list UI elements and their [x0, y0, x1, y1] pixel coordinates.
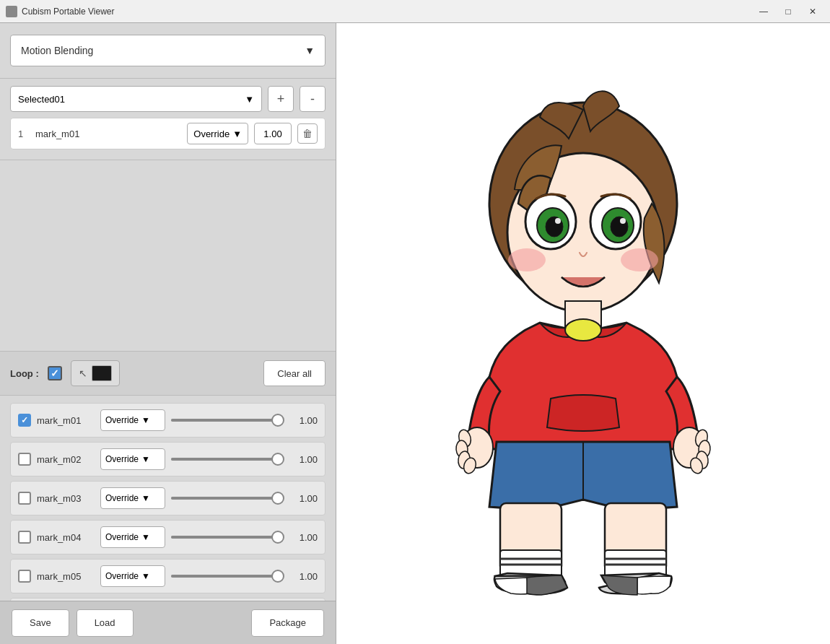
titlebar: Cubism Portable Viewer — □ ✕ — [0, 0, 830, 23]
titlebar-left: Cubism Portable Viewer — [6, 6, 115, 17]
motion-entry-mode-label: Override — [193, 129, 230, 139]
motion-entry-mode-chevron: ▼ — [232, 129, 242, 139]
panel-header: Motion Blending ▼ — [0, 23, 336, 79]
mode-chevron-icon-4: ▼ — [141, 571, 150, 581]
track-area: Selected01 ▼ + - 1 mark_m01 Override ▼ 🗑 — [0, 79, 336, 160]
maximize-button[interactable]: □ — [777, 4, 800, 19]
svg-point-11 — [508, 248, 546, 271]
motion-item-mode-dropdown-1[interactable]: Override ▼ — [100, 448, 165, 470]
loop-label: Loop : — [10, 368, 39, 379]
cubism-icon — [6, 6, 17, 17]
motion-blending-dropdown[interactable]: Motion Blending ▼ — [10, 35, 326, 66]
motion-item-weight-2: 1.00 — [289, 493, 318, 504]
mode-chevron-icon-1: ▼ — [141, 454, 150, 464]
slider-fill-4 — [171, 575, 283, 578]
remove-track-button[interactable]: - — [300, 86, 326, 112]
motion-item-name-4: mark_m05 — [37, 571, 95, 582]
window-title: Cubism Portable Viewer — [22, 6, 115, 17]
motion-item-weight-4: 1.00 — [289, 571, 318, 582]
bottom-bar: Save Load Package — [0, 601, 336, 644]
track-chevron-icon: ▼ — [245, 94, 254, 105]
svg-point-12 — [621, 248, 658, 271]
track-header: Selected01 ▼ + - — [10, 86, 326, 112]
motion-item-name-3: mark_m04 — [37, 532, 95, 543]
motion-item-mode-dropdown-2[interactable]: Override ▼ — [100, 487, 165, 509]
motion-item-slider-0[interactable] — [171, 419, 283, 422]
slider-fill-0 — [171, 419, 283, 422]
motion-item-checkbox-1[interactable] — [18, 453, 31, 466]
mode-chevron-icon-0: ▼ — [141, 415, 150, 425]
main-layout: Motion Blending ▼ Selected01 ▼ + - 1 mar… — [0, 23, 830, 644]
slider-fill-3 — [171, 536, 283, 539]
motion-item-name-2: mark_m03 — [37, 493, 95, 504]
slider-thumb-2[interactable] — [271, 492, 284, 505]
checkbox-check-icon: ✓ — [21, 415, 28, 425]
track-name-dropdown[interactable]: Selected01 ▼ — [10, 86, 262, 112]
motion-entry-row: 1 mark_m01 Override ▼ 🗑 — [10, 118, 326, 149]
motion-item-checkbox-2[interactable] — [18, 492, 31, 505]
slider-track-4 — [171, 575, 283, 578]
controls-row: Loop : ✓ ↖ Clear all — [0, 351, 336, 396]
slider-track-1 — [171, 458, 283, 461]
motion-item-weight-0: 1.00 — [289, 415, 318, 426]
loop-checkbox[interactable]: ✓ — [48, 366, 62, 380]
left-panel: Motion Blending ▼ Selected01 ▼ + - 1 mar… — [0, 23, 336, 644]
motion-item-slider-2[interactable] — [171, 497, 283, 500]
svg-point-10 — [620, 218, 626, 224]
motion-item-mode-label-1: Override — [105, 454, 139, 464]
slider-track-0 — [171, 419, 283, 422]
motion-item-mode-dropdown-3[interactable]: Override ▼ — [100, 526, 165, 548]
slider-track-3 — [171, 536, 283, 539]
motion-item-weight-3: 1.00 — [289, 532, 318, 543]
motion-item-slider-1[interactable] — [171, 458, 283, 461]
slider-thumb-0[interactable] — [271, 414, 284, 427]
load-button[interactable]: Load — [77, 609, 134, 637]
add-track-button[interactable]: + — [268, 86, 294, 112]
motion-item-mode-label-4: Override — [105, 571, 139, 581]
svg-point-13 — [565, 319, 601, 341]
motion-item-mode-dropdown-0[interactable]: Override ▼ — [100, 409, 165, 431]
minimize-button[interactable]: — — [752, 4, 775, 19]
motion-item-mode-dropdown-4[interactable]: Override ▼ — [100, 565, 165, 587]
empty-track-space — [0, 160, 336, 351]
motion-entry-mode-dropdown[interactable]: Override ▼ — [187, 123, 248, 144]
motion-item-checkbox-0[interactable]: ✓ — [18, 414, 31, 427]
motion-item-mode-label-3: Override — [105, 532, 139, 542]
mode-chevron-icon-2: ▼ — [141, 493, 150, 503]
slider-thumb-3[interactable] — [271, 531, 284, 544]
color-swatch — [92, 365, 112, 381]
slider-thumb-1[interactable] — [271, 453, 284, 466]
motion-item-mode-label-0: Override — [105, 415, 139, 425]
list-item: mark_m04 Override ▼ 1.00 — [10, 520, 326, 554]
track-name-label: Selected01 — [18, 94, 65, 105]
clear-all-button[interactable]: Clear all — [263, 360, 326, 386]
slider-thumb-4[interactable] — [271, 570, 284, 583]
character-canvas — [403, 59, 764, 608]
mode-chevron-icon-3: ▼ — [141, 532, 150, 542]
motion-entry-delete-button[interactable]: 🗑 — [297, 123, 318, 144]
chevron-down-icon: ▼ — [305, 45, 315, 56]
list-item: mark_m03 Override ▼ 1.00 — [10, 481, 326, 515]
package-button[interactable]: Package — [251, 609, 324, 637]
motion-list: ✓ mark_m01 Override ▼ 1.00 mark_ — [0, 396, 336, 601]
svg-point-9 — [555, 218, 561, 224]
motion-item-slider-3[interactable] — [171, 536, 283, 539]
motion-item-slider-4[interactable] — [171, 575, 283, 578]
motion-blending-label: Motion Blending — [21, 45, 93, 56]
close-button[interactable]: ✕ — [801, 4, 824, 19]
list-item: mark_m05 Override ▼ 1.00 — [10, 559, 326, 593]
color-picker-button[interactable]: ↖ — [71, 360, 120, 386]
titlebar-controls: — □ ✕ — [752, 4, 824, 19]
cursor-icon: ↖ — [79, 367, 87, 379]
motion-item-checkbox-3[interactable] — [18, 531, 31, 544]
list-item: ✓ mark_m01 Override ▼ 1.00 — [10, 403, 326, 438]
list-item: mark_m02 Override ▼ 1.00 — [10, 442, 326, 477]
slider-fill-2 — [171, 497, 283, 500]
save-button[interactable]: Save — [12, 609, 69, 637]
motion-item-name-1: mark_m02 — [37, 454, 95, 465]
motion-item-name-0: mark_m01 — [37, 415, 95, 426]
motion-index: 1 — [18, 129, 30, 139]
motion-item-checkbox-4[interactable] — [18, 570, 31, 583]
motion-entry-weight[interactable] — [254, 123, 292, 144]
motion-entry-name: mark_m01 — [35, 129, 181, 139]
